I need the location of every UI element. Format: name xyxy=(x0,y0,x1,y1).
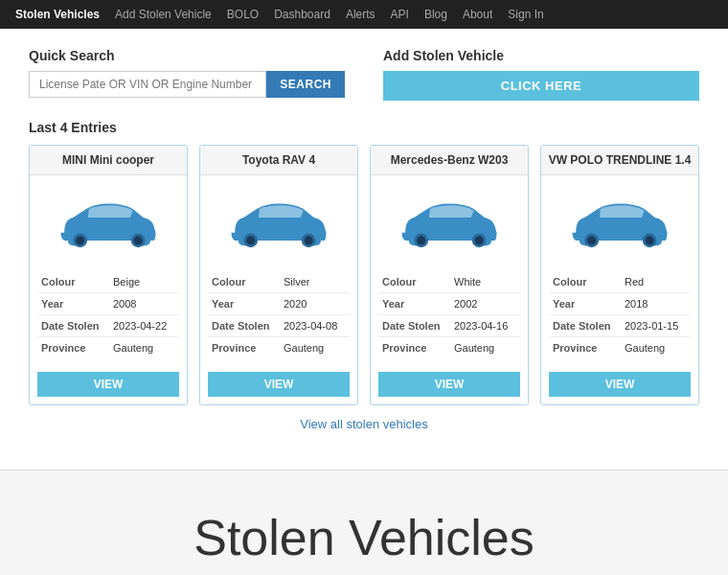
nav-add-stolen-vehicle[interactable]: Add Stolen Vehicle xyxy=(115,8,212,21)
card-details: Colour Silver Year 2020 Date Stolen 2023… xyxy=(200,271,357,366)
card-header: VW POLO TRENDLINE 1.4 xyxy=(541,146,698,175)
quick-search-title: Quick Search xyxy=(29,48,345,63)
click-here-button[interactable]: CLICK HERE xyxy=(383,71,699,101)
date-stolen-value: 2023-04-22 xyxy=(113,320,167,332)
card-header: Toyota RAV 4 xyxy=(200,146,357,175)
car-image xyxy=(200,175,357,271)
province-row: Province Gauteng xyxy=(549,337,691,358)
province-row: Province Gauteng xyxy=(208,337,350,358)
view-button[interactable]: VIEW xyxy=(37,372,179,397)
date-stolen-row: Date Stolen 2023-01-15 xyxy=(549,315,691,337)
cards-row: MINI Mini cooper Colour Beige xyxy=(29,145,699,405)
main-content: Quick Search SEARCH Add Stolen Vehicle C… xyxy=(0,29,728,470)
search-button[interactable]: SEARCH xyxy=(266,71,345,98)
year-row: Year 2002 xyxy=(378,293,520,315)
add-vehicle-section: Add Stolen Vehicle CLICK HERE xyxy=(383,48,699,101)
province-value: Gauteng xyxy=(284,342,324,354)
car-image xyxy=(541,175,698,271)
year-label: Year xyxy=(41,298,113,310)
province-value: Gauteng xyxy=(454,342,494,354)
view-button[interactable]: VIEW xyxy=(549,372,691,397)
view-all-link[interactable]: View all stolen vehicles xyxy=(300,417,427,431)
card-details: Colour Beige Year 2008 Date Stolen 2023-… xyxy=(30,271,187,366)
province-value: Gauteng xyxy=(113,342,153,354)
year-label: Year xyxy=(212,298,284,310)
svg-point-3 xyxy=(134,236,143,244)
svg-point-2 xyxy=(76,236,84,244)
date-stolen-row: Date Stolen 2023-04-08 xyxy=(208,315,350,337)
colour-value: Beige xyxy=(113,276,140,288)
year-value: 2008 xyxy=(113,298,136,310)
date-stolen-label: Date Stolen xyxy=(553,320,625,332)
year-label: Year xyxy=(382,298,454,310)
colour-row: Colour Beige xyxy=(37,271,179,293)
vehicle-card: Mercedes-Benz W203 Colour White xyxy=(370,145,529,405)
nav-alerts[interactable]: Alerts xyxy=(346,8,375,21)
nav-signin[interactable]: Sign In xyxy=(508,8,543,21)
colour-label: Colour xyxy=(553,276,625,288)
province-label: Province xyxy=(41,342,113,354)
colour-row: Colour Red xyxy=(549,271,691,293)
colour-label: Colour xyxy=(382,276,454,288)
colour-label: Colour xyxy=(212,276,284,288)
car-image xyxy=(30,175,187,271)
province-row: Province Gauteng xyxy=(37,337,179,358)
date-stolen-value: 2023-01-15 xyxy=(625,320,678,332)
svg-point-10 xyxy=(417,236,425,244)
hero-title: Stolen Vehicles xyxy=(29,509,699,566)
date-stolen-label: Date Stolen xyxy=(41,320,113,332)
date-stolen-value: 2023-04-16 xyxy=(454,320,508,332)
year-label: Year xyxy=(553,298,625,310)
year-value: 2002 xyxy=(454,298,477,310)
view-button[interactable]: VIEW xyxy=(208,372,350,397)
svg-point-6 xyxy=(246,236,255,244)
view-all-section: View all stolen vehicles xyxy=(29,417,699,431)
search-row: SEARCH xyxy=(29,71,345,98)
province-row: Province Gauteng xyxy=(378,337,520,358)
province-label: Province xyxy=(212,342,284,354)
vehicle-card: Toyota RAV 4 Colour Silver xyxy=(199,145,358,405)
date-stolen-label: Date Stolen xyxy=(382,320,454,332)
date-stolen-row: Date Stolen 2023-04-22 xyxy=(37,315,179,337)
nav-brand[interactable]: Stolen Vehicles xyxy=(15,8,100,21)
quick-search-section: Quick Search SEARCH xyxy=(29,48,345,101)
nav-dashboard[interactable]: Dashboard xyxy=(274,8,330,21)
add-vehicle-title: Add Stolen Vehicle xyxy=(383,48,699,63)
svg-point-14 xyxy=(587,236,596,244)
svg-point-15 xyxy=(646,236,654,244)
nav-blog[interactable]: Blog xyxy=(424,8,447,21)
last-entries-title: Last 4 Entries xyxy=(29,120,699,135)
vehicle-card: MINI Mini cooper Colour Beige xyxy=(29,145,188,405)
colour-value: White xyxy=(454,276,481,288)
year-value: 2020 xyxy=(284,298,307,310)
nav-about[interactable]: About xyxy=(463,8,492,21)
province-label: Province xyxy=(382,342,454,354)
year-row: Year 2020 xyxy=(208,293,350,315)
nav-api[interactable]: API xyxy=(391,8,409,21)
colour-row: Colour Silver xyxy=(208,271,350,293)
date-stolen-value: 2023-04-08 xyxy=(284,320,337,332)
view-button[interactable]: VIEW xyxy=(378,372,520,397)
card-header: Mercedes-Benz W203 xyxy=(371,146,528,175)
colour-value: Red xyxy=(625,276,644,288)
car-image xyxy=(371,175,528,271)
top-row: Quick Search SEARCH Add Stolen Vehicle C… xyxy=(29,48,699,101)
date-stolen-row: Date Stolen 2023-04-16 xyxy=(378,315,520,337)
hero-section: Stolen Vehicles Vehicle theft is a major… xyxy=(0,470,728,575)
navbar: Stolen Vehicles Add Stolen Vehicle BOLO … xyxy=(0,0,728,29)
svg-point-11 xyxy=(475,236,484,244)
svg-point-7 xyxy=(305,236,313,244)
province-value: Gauteng xyxy=(625,342,665,354)
vehicle-card: VW POLO TRENDLINE 1.4 Colour Red xyxy=(540,145,699,405)
year-row: Year 2008 xyxy=(37,293,179,315)
year-value: 2018 xyxy=(625,298,648,310)
colour-value: Silver xyxy=(284,276,310,288)
province-label: Province xyxy=(553,342,625,354)
nav-bolo[interactable]: BOLO xyxy=(227,8,259,21)
colour-row: Colour White xyxy=(378,271,520,293)
year-row: Year 2018 xyxy=(549,293,691,315)
search-input[interactable] xyxy=(29,71,266,98)
date-stolen-label: Date Stolen xyxy=(212,320,284,332)
card-details: Colour Red Year 2018 Date Stolen 2023-01… xyxy=(541,271,698,366)
colour-label: Colour xyxy=(41,276,113,288)
